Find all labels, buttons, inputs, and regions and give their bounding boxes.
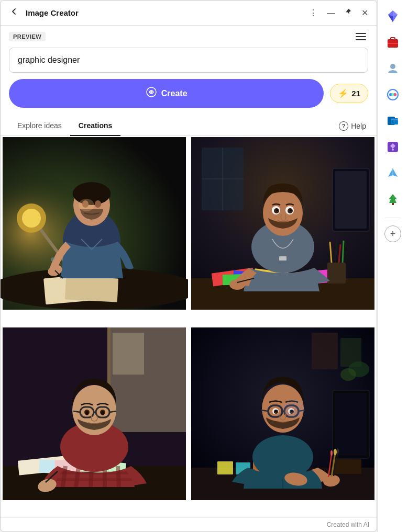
- svg-point-107: [275, 410, 277, 412]
- svg-line-56: [76, 466, 79, 487]
- close-button[interactable]: ✕: [359, 7, 370, 19]
- help-label: Help: [351, 122, 366, 130]
- svg-point-94: [334, 449, 337, 455]
- svg-point-17: [79, 199, 94, 211]
- svg-point-125: [393, 120, 396, 123]
- svg-rect-77: [312, 333, 338, 369]
- svg-point-16: [95, 200, 101, 208]
- title-bar-left: Image Creator: [7, 6, 307, 19]
- image-cell-1[interactable]: [1, 137, 188, 326]
- sidebar-designer-button[interactable]: [381, 137, 404, 160]
- window-title: Image Creator: [26, 8, 79, 17]
- right-sidebar: +: [377, 0, 408, 532]
- image-cell-3[interactable]: [1, 327, 188, 517]
- image-cell-2[interactable]: [189, 137, 377, 326]
- sidebar-profile-button[interactable]: [381, 59, 404, 82]
- image-3: [1, 327, 188, 500]
- tab-creations[interactable]: Creations: [70, 116, 121, 136]
- svg-point-74: [85, 411, 89, 415]
- send-icon: [386, 166, 400, 183]
- svg-rect-6: [65, 276, 118, 302]
- tab-explore[interactable]: Explore ideas: [9, 116, 70, 136]
- minimize-button[interactable]: —: [325, 7, 337, 19]
- svg-line-59: [118, 466, 119, 487]
- svg-point-95: [337, 448, 339, 454]
- image-1: [1, 137, 188, 310]
- add-icon: +: [390, 229, 396, 239]
- help-icon: ?: [339, 121, 348, 131]
- create-icon: [146, 86, 157, 100]
- svg-point-9: [22, 209, 41, 228]
- ai-footer: Created with AI: [1, 517, 377, 531]
- svg-rect-30: [327, 263, 346, 284]
- main-window: Image Creator ⋮ — ✕ PREVIEW: [0, 0, 377, 532]
- svg-marker-130: [389, 194, 397, 203]
- content-area: PREVIEW Create: [1, 26, 377, 531]
- copilot-icon: [386, 88, 400, 105]
- coins-badge: ⚡ 21: [330, 84, 368, 103]
- help-button[interactable]: ? Help: [337, 118, 368, 134]
- tabs-row: Explore ideas Creations ? Help: [1, 116, 377, 136]
- sidebar-send-button[interactable]: [381, 163, 404, 186]
- svg-point-109: [283, 399, 304, 418]
- svg-rect-38: [279, 256, 286, 261]
- svg-point-44: [276, 209, 278, 211]
- designer-icon: [386, 140, 400, 157]
- image-grid: [1, 136, 377, 517]
- svg-point-121: [391, 93, 394, 96]
- svg-rect-23: [335, 171, 367, 229]
- hamburger-line-2: [356, 36, 366, 37]
- svg-point-80: [340, 368, 356, 381]
- svg-point-1: [150, 91, 152, 93]
- coins-count: 21: [351, 89, 360, 98]
- svg-rect-82: [333, 459, 361, 474]
- tree-icon: [386, 193, 400, 209]
- svg-rect-131: [392, 203, 394, 205]
- create-row: Create ⚡ 21: [1, 79, 377, 116]
- image-4: [189, 327, 377, 500]
- sidebar-outlook-button[interactable]: [381, 111, 404, 134]
- hamburger-line-1: [356, 33, 366, 34]
- sidebar-tree-button[interactable]: [381, 189, 404, 212]
- title-bar: Image Creator ⋮ — ✕: [1, 1, 377, 26]
- pin-button[interactable]: [343, 7, 354, 19]
- svg-rect-87: [335, 393, 367, 456]
- sidebar-copilot-button[interactable]: [381, 85, 404, 108]
- svg-point-39: [263, 190, 303, 236]
- sidebar-app2-icon: [386, 36, 400, 52]
- create-button[interactable]: Create: [9, 79, 324, 108]
- sidebar-add-button[interactable]: +: [384, 225, 401, 242]
- menu-button[interactable]: [354, 31, 368, 42]
- ai-footer-text: Created with AI: [327, 521, 369, 528]
- svg-rect-83: [217, 461, 233, 474]
- back-button[interactable]: [7, 6, 21, 19]
- svg-point-129: [392, 149, 394, 151]
- title-bar-controls: ⋮ — ✕: [307, 7, 370, 19]
- sidebar-separator: [385, 218, 401, 218]
- lightning-icon: ⚡: [338, 88, 348, 98]
- svg-point-96: [330, 450, 333, 456]
- svg-point-75: [101, 411, 104, 415]
- tabs-list: Explore ideas Creations: [9, 116, 120, 135]
- hamburger-line-3: [356, 39, 366, 40]
- inner-header: PREVIEW: [1, 26, 377, 48]
- profile-icon: [386, 62, 400, 78]
- search-container: [1, 48, 377, 79]
- outlook-icon: [386, 114, 400, 131]
- svg-point-45: [290, 209, 292, 211]
- svg-rect-115: [391, 38, 395, 40]
- svg-point-117: [390, 64, 395, 69]
- svg-line-34: [343, 241, 344, 263]
- image-2: [189, 137, 377, 310]
- more-button[interactable]: ⋮: [307, 7, 319, 19]
- sidebar-app1-button[interactable]: [381, 6, 404, 29]
- sidebar-app1-icon: [386, 9, 400, 26]
- search-input[interactable]: [9, 48, 368, 73]
- svg-rect-48: [113, 333, 144, 375]
- image-cell-4[interactable]: [189, 327, 377, 517]
- preview-badge: PREVIEW: [9, 32, 46, 41]
- sidebar-app2-button[interactable]: [381, 32, 404, 55]
- create-label: Create: [161, 89, 188, 98]
- svg-point-89: [252, 435, 313, 479]
